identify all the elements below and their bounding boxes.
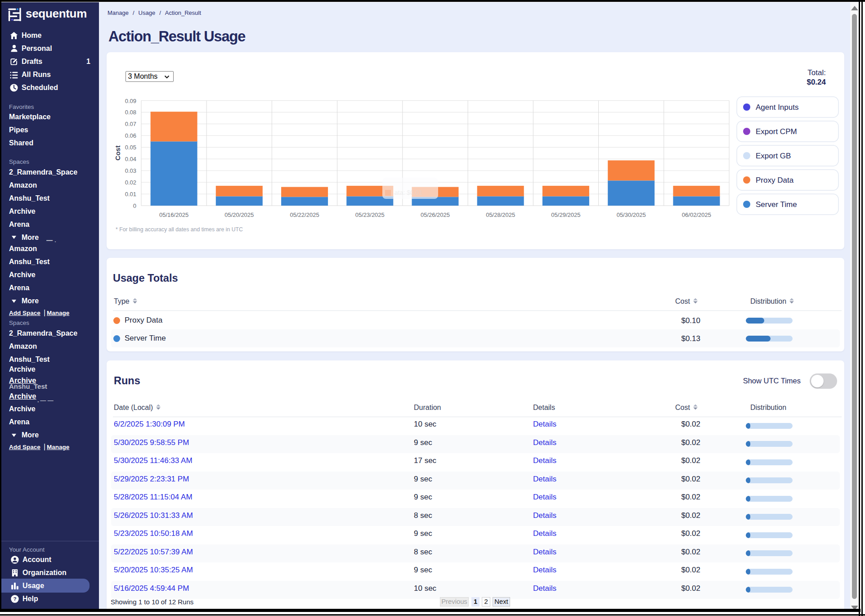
- svg-text:0.02: 0.02: [125, 179, 136, 186]
- svg-text:0.08: 0.08: [125, 109, 136, 116]
- svg-text:0.05: 0.05: [125, 144, 136, 151]
- svg-text:0.03: 0.03: [125, 167, 136, 174]
- svg-text:05/16/2025: 05/16/2025: [159, 211, 188, 218]
- svg-text:0.04: 0.04: [125, 156, 136, 162]
- svg-text:?: ?: [13, 596, 16, 602]
- svg-text:* For billing accuracy all dat: * For billing accuracy all dates and tim…: [116, 226, 243, 233]
- svg-text:0.09: 0.09: [125, 98, 136, 104]
- svg-text:05/23/2025: 05/23/2025: [355, 211, 385, 218]
- svg-text:05/20/2025: 05/20/2025: [224, 211, 254, 218]
- svg-text:Proxy Data: Proxy Data: [756, 176, 794, 184]
- svg-text:05/22/2025: 05/22/2025: [290, 211, 319, 218]
- svg-text:0.06: 0.06: [125, 132, 136, 139]
- svg-text:Server Time: Server Time: [756, 200, 797, 209]
- svg-text:Agent Inputs: Agent Inputs: [756, 103, 798, 112]
- svg-text:05/28/2025: 05/28/2025: [486, 211, 515, 218]
- svg-text:05/26/2025: 05/26/2025: [421, 211, 450, 218]
- svg-text:0: 0: [133, 202, 136, 209]
- svg-text:06/02/2025: 06/02/2025: [682, 211, 711, 218]
- svg-text:Cost: Cost: [114, 145, 121, 160]
- svg-text:Export CPM: Export CPM: [756, 127, 797, 136]
- svg-text:Export GB: Export GB: [756, 152, 791, 160]
- svg-text:0.01: 0.01: [125, 191, 136, 198]
- svg-text:05/29/2025: 05/29/2025: [551, 211, 580, 218]
- svg-text:ata: $0.01: ata: $0.01: [394, 189, 422, 196]
- svg-text:05/30/2025: 05/30/2025: [617, 211, 646, 218]
- svg-text:0.07: 0.07: [125, 121, 136, 127]
